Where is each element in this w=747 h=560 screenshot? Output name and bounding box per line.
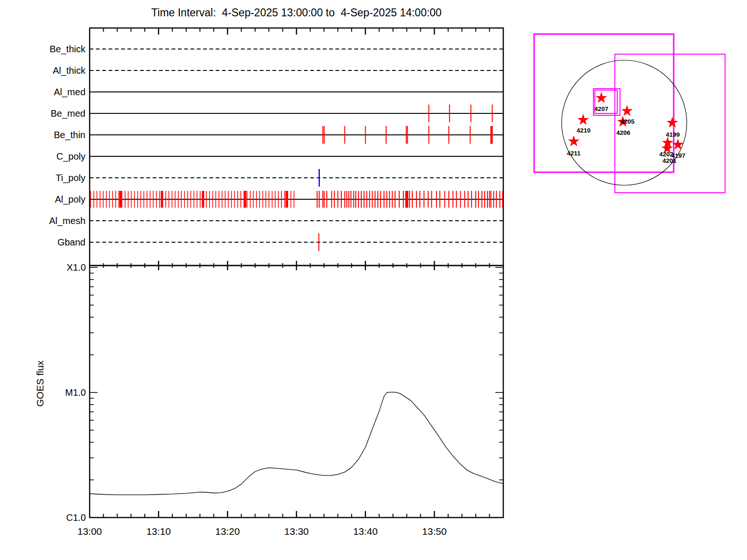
active-region-label: 4205 [620, 118, 635, 125]
active-region-star [596, 92, 607, 103]
timeline-panel-frame [90, 28, 503, 266]
filter-row-Be_med [90, 105, 503, 122]
xrt-goes-planning-figure: Time Interval: 4-Sep-2025 13:00:00 to 4-… [0, 0, 747, 560]
time-interval-title: Time Interval: 4-Sep-2025 13:00:00 to 4-… [90, 7, 503, 19]
active-region-star [578, 114, 589, 125]
goes-ytick-label: X1.0 [67, 262, 86, 273]
panel-frames [90, 28, 503, 518]
active-region-star [568, 135, 580, 147]
filter-label-Al_poly: Al_poly [55, 194, 85, 205]
active-region-label: 4211 [567, 150, 581, 157]
filter-rows [90, 49, 503, 251]
filter-row-Al_poly [90, 191, 503, 208]
goes-xtick-label: 13:40 [353, 526, 378, 537]
filter-label-Al_med: Al_med [54, 87, 85, 98]
filter-label-Al_mesh: Al_mesh [49, 216, 85, 226]
filter-row-Gband [90, 233, 503, 251]
filter-label-Be_med: Be_med [51, 108, 86, 119]
xrt-fov-box [534, 34, 674, 172]
goes-log-ticks [90, 267, 503, 480]
active-region-star [621, 105, 633, 116]
active-region-label: 4206 [616, 129, 631, 136]
sun-map [534, 34, 725, 193]
goes-y-axis-title: GOES flux [35, 360, 45, 407]
goes-xtick-label: 13:50 [422, 526, 447, 537]
goes-flux-curve [90, 392, 503, 495]
active-region-star [667, 117, 678, 128]
active-region-label: 4207 [594, 105, 608, 112]
time-axis-ticks [104, 28, 490, 518]
active-region-label: 4199 [666, 131, 680, 138]
filter-row-Ti_poly [90, 169, 503, 187]
filter-label-Gband: Gband [57, 237, 85, 247]
active-region-label: 4197 [671, 152, 685, 159]
filter-row-Be_thin [90, 126, 503, 144]
goes-panel-frame [90, 266, 503, 518]
goes-xtick-label: 13:00 [78, 526, 102, 537]
goes-xtick-label: 13:20 [215, 526, 240, 537]
filter-label-C_poly: C_poly [56, 151, 85, 162]
plot-canvas: Be_thickAl_thickAl_medBe_medBe_thinC_pol… [0, 0, 747, 560]
goes-ytick-label: C1.0 [66, 512, 86, 523]
filter-label-Al_thick: Al_thick [53, 65, 86, 76]
goes-xtick-label: 13:30 [284, 526, 309, 537]
active-region-label: 4210 [577, 127, 591, 134]
filter-label-Be_thick: Be_thick [49, 44, 86, 55]
goes-xtick-label: 13:10 [146, 526, 171, 537]
filter-label-Be_thin: Be_thin [54, 130, 85, 140]
filter-label-Ti_poly: Ti_poly [56, 173, 85, 183]
goes-ytick-label: M1.0 [65, 387, 86, 398]
